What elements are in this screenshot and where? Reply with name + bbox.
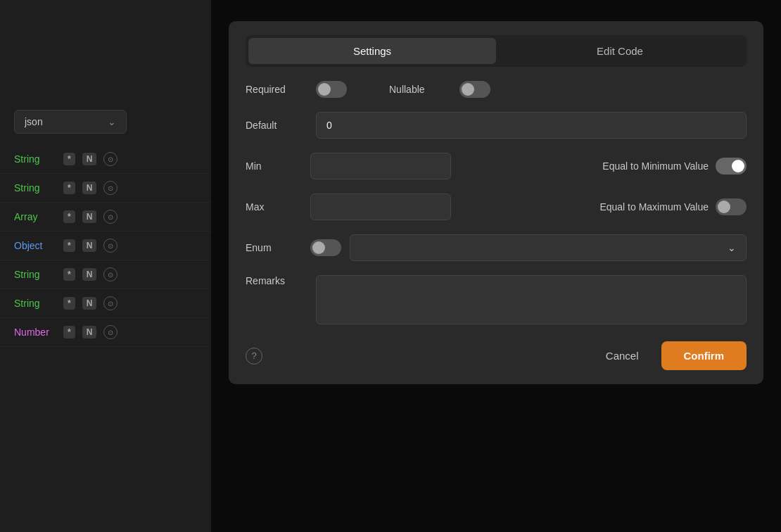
settings-icon: ⊙ [103, 210, 118, 224]
enum-dropdown[interactable]: ⌄ [350, 234, 747, 261]
remarks-textarea[interactable] [316, 275, 747, 324]
max-equal-toggle[interactable] [716, 198, 747, 215]
required-badge: * [63, 182, 75, 194]
enum-label: Enum [246, 242, 302, 253]
required-label: Required [246, 84, 302, 95]
remarks-label: Remarks [246, 275, 302, 286]
dialog-footer: ? Cancel Confirm [246, 338, 747, 370]
required-nullable-row: Required Nullable [246, 81, 747, 98]
required-badge: * [63, 297, 75, 310]
sidebar-items-list: String * N ⊙ String * N ⊙ Array * N ⊙ Ob… [0, 145, 211, 347]
dialog-overlay: Settings Edit Code Required Nullable Def… [211, 0, 781, 532]
list-item[interactable]: Array * N ⊙ [0, 203, 211, 232]
settings-icon: ⊙ [103, 152, 118, 166]
required-badge: * [63, 153, 75, 165]
max-equal-group: Equal to Maximum Value [599, 198, 747, 215]
required-badge: * [63, 210, 75, 223]
settings-icon: ⊙ [103, 181, 118, 195]
required-badge: * [63, 326, 75, 338]
min-equal-group: Equal to Minimum Value [602, 158, 747, 175]
default-row: Default [246, 112, 747, 139]
cancel-button[interactable]: Cancel [592, 343, 653, 369]
max-row: Max Equal to Maximum Value [246, 194, 747, 220]
min-input-wrap [310, 153, 451, 179]
help-icon[interactable]: ? [246, 348, 262, 365]
required-badge: * [63, 239, 75, 252]
max-input[interactable] [310, 194, 451, 220]
nullable-badge: N [82, 268, 97, 281]
sidebar: json ⌄ String * N ⊙ String * N ⊙ Array *… [0, 0, 211, 532]
default-label: Default [246, 120, 302, 131]
enum-toggle[interactable] [310, 239, 341, 256]
nullable-badge: N [82, 297, 97, 310]
type-label: Object [14, 240, 56, 251]
max-equal-label: Equal to Maximum Value [599, 201, 709, 213]
json-dropdown-label: json [25, 116, 43, 127]
enum-row: Enum ⌄ [246, 234, 747, 261]
default-input[interactable] [316, 112, 747, 139]
type-label: String [14, 153, 56, 165]
remarks-row: Remarks [246, 275, 747, 324]
type-label: Number [14, 327, 56, 338]
settings-icon: ⊙ [103, 267, 118, 281]
min-equal-toggle[interactable] [716, 158, 747, 175]
min-equal-label: Equal to Minimum Value [602, 160, 709, 172]
settings-icon: ⊙ [103, 296, 118, 310]
nullable-badge: N [82, 210, 97, 223]
nullable-badge: N [82, 153, 97, 165]
nullable-toggle[interactable] [459, 81, 490, 98]
nullable-badge: N [82, 182, 97, 194]
nullable-badge: N [82, 326, 97, 338]
tab-settings[interactable]: Settings [248, 38, 496, 64]
nullable-label: Nullable [389, 84, 445, 95]
list-item[interactable]: String * N ⊙ [0, 289, 211, 318]
list-item[interactable]: Number * N ⊙ [0, 318, 211, 347]
confirm-button[interactable]: Confirm [661, 341, 747, 370]
settings-icon: ⊙ [103, 325, 118, 339]
tab-bar: Settings Edit Code [246, 35, 747, 67]
chevron-down-icon: ⌄ [728, 242, 736, 253]
json-dropdown[interactable]: json ⌄ [14, 110, 127, 134]
type-label: String [14, 269, 56, 280]
max-input-wrap [310, 194, 451, 220]
list-item[interactable]: String * N ⊙ [0, 260, 211, 289]
tab-edit-code[interactable]: Edit Code [496, 38, 744, 64]
type-label: Array [14, 211, 56, 222]
min-label: Min [246, 160, 302, 172]
type-label: String [14, 298, 56, 309]
required-toggle[interactable] [316, 81, 347, 98]
required-badge: * [63, 268, 75, 281]
list-item[interactable]: String * N ⊙ [0, 174, 211, 203]
list-item[interactable]: Object * N ⊙ [0, 232, 211, 260]
min-input[interactable] [310, 153, 451, 179]
nullable-badge: N [82, 239, 97, 252]
list-item[interactable]: String * N ⊙ [0, 145, 211, 174]
max-label: Max [246, 201, 302, 213]
settings-icon: ⊙ [103, 239, 118, 253]
settings-dialog: Settings Edit Code Required Nullable Def… [229, 21, 763, 384]
default-input-wrap [316, 112, 747, 139]
chevron-down-icon: ⌄ [108, 116, 116, 127]
type-label: String [14, 182, 56, 194]
min-row: Min Equal to Minimum Value [246, 153, 747, 179]
